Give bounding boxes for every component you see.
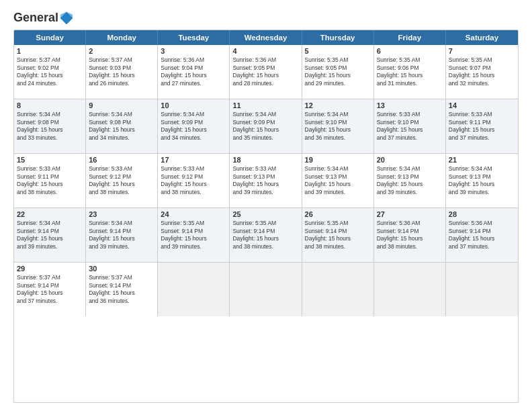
cell-info: Sunrise: 5:35 AMSunset: 9:14 PMDaylight:… [161,220,226,250]
cell-info: Sunrise: 5:33 AMSunset: 9:11 PMDaylight:… [17,165,83,196]
day-number: 16 [89,156,154,164]
day-number: 24 [161,210,226,218]
day-number: 15 [17,156,83,164]
calendar-cell: 13Sunrise: 5:33 AMSunset: 9:10 PMDayligh… [374,99,446,153]
day-number: 22 [17,210,83,218]
calendar-header: SundayMondayTuesdayWednesdayThursdayFrid… [14,30,518,45]
cell-info: Sunrise: 5:35 AMSunset: 9:05 PMDaylight:… [305,56,371,87]
calendar-cell: 19Sunrise: 5:34 AMSunset: 9:13 PMDayligh… [302,154,374,208]
calendar-row: 29Sunrise: 5:37 AMSunset: 9:14 PMDayligh… [14,263,518,316]
calendar-body: 1Sunrise: 5:37 AMSunset: 9:02 PMDaylight… [14,45,518,316]
calendar-cell: 3Sunrise: 5:36 AMSunset: 9:04 PMDaylight… [158,45,230,99]
calendar-row: 15Sunrise: 5:33 AMSunset: 9:11 PMDayligh… [14,154,518,208]
calendar-cell: 5Sunrise: 5:35 AMSunset: 9:05 PMDaylight… [302,45,374,99]
calendar-cell: 14Sunrise: 5:33 AMSunset: 9:11 PMDayligh… [446,99,518,153]
calendar-cell: 10Sunrise: 5:34 AMSunset: 9:09 PMDayligh… [158,99,230,153]
day-number: 20 [377,156,443,164]
cell-info: Sunrise: 5:33 AMSunset: 9:12 PMDaylight:… [161,165,226,196]
cell-info: Sunrise: 5:34 AMSunset: 9:09 PMDaylight:… [161,111,226,142]
day-number: 26 [305,210,371,218]
day-number: 9 [89,101,154,109]
calendar-cell: 2Sunrise: 5:37 AMSunset: 9:03 PMDaylight… [86,45,158,99]
calendar-cell: 6Sunrise: 5:35 AMSunset: 9:06 PMDaylight… [374,45,446,99]
calendar-cell [158,263,230,316]
weekday-header-sunday: Sunday [14,30,86,45]
day-number: 10 [161,101,226,109]
calendar: SundayMondayTuesdayWednesdayThursdayFrid… [13,30,519,403]
day-number: 4 [232,47,298,55]
calendar-cell [446,263,518,316]
cell-info: Sunrise: 5:37 AMSunset: 9:02 PMDaylight:… [17,56,83,87]
calendar-cell: 11Sunrise: 5:34 AMSunset: 9:09 PMDayligh… [230,99,302,153]
day-number: 11 [232,101,298,109]
cell-info: Sunrise: 5:36 AMSunset: 9:05 PMDaylight:… [232,56,298,87]
cell-info: Sunrise: 5:35 AMSunset: 9:07 PMDaylight:… [449,56,515,87]
cell-info: Sunrise: 5:36 AMSunset: 9:14 PMDaylight:… [449,220,515,250]
day-number: 19 [305,156,371,164]
day-number: 27 [377,210,443,218]
day-number: 6 [377,47,443,55]
weekday-header-friday: Friday [374,30,446,45]
cell-info: Sunrise: 5:34 AMSunset: 9:09 PMDaylight:… [232,111,298,142]
calendar-cell: 12Sunrise: 5:34 AMSunset: 9:10 PMDayligh… [302,99,374,153]
day-number: 30 [89,265,154,273]
calendar-cell: 27Sunrise: 5:36 AMSunset: 9:14 PMDayligh… [374,208,446,262]
weekday-header-wednesday: Wednesday [230,30,302,45]
day-number: 14 [449,101,515,109]
calendar-cell: 30Sunrise: 5:37 AMSunset: 9:14 PMDayligh… [86,263,158,316]
day-number: 7 [449,47,515,55]
day-number: 23 [89,210,154,218]
cell-info: Sunrise: 5:35 AMSunset: 9:06 PMDaylight:… [377,56,443,87]
day-number: 1 [17,47,83,55]
cell-info: Sunrise: 5:34 AMSunset: 9:08 PMDaylight:… [17,111,83,142]
calendar-cell: 18Sunrise: 5:33 AMSunset: 9:13 PMDayligh… [230,154,302,208]
cell-info: Sunrise: 5:33 AMSunset: 9:10 PMDaylight:… [377,111,443,142]
calendar-cell [230,263,302,316]
calendar-cell: 7Sunrise: 5:35 AMSunset: 9:07 PMDaylight… [446,45,518,99]
calendar-cell: 15Sunrise: 5:33 AMSunset: 9:11 PMDayligh… [14,154,86,208]
calendar-cell: 25Sunrise: 5:35 AMSunset: 9:14 PMDayligh… [230,208,302,262]
day-number: 25 [232,210,298,218]
cell-info: Sunrise: 5:37 AMSunset: 9:14 PMDaylight:… [17,274,83,305]
cell-info: Sunrise: 5:33 AMSunset: 9:13 PMDaylight:… [232,165,298,196]
day-number: 29 [17,265,83,273]
calendar-cell: 9Sunrise: 5:34 AMSunset: 9:08 PMDaylight… [86,99,158,153]
cell-info: Sunrise: 5:34 AMSunset: 9:13 PMDaylight:… [449,165,515,196]
header: General [13,11,519,23]
weekday-header-thursday: Thursday [302,30,374,45]
cell-info: Sunrise: 5:34 AMSunset: 9:10 PMDaylight:… [305,111,371,142]
cell-info: Sunrise: 5:33 AMSunset: 9:12 PMDaylight:… [89,165,154,196]
cell-info: Sunrise: 5:35 AMSunset: 9:14 PMDaylight:… [232,220,298,250]
calendar-cell: 23Sunrise: 5:34 AMSunset: 9:14 PMDayligh… [86,208,158,262]
cell-info: Sunrise: 5:36 AMSunset: 9:14 PMDaylight:… [377,220,443,250]
cell-info: Sunrise: 5:36 AMSunset: 9:04 PMDaylight:… [161,56,226,87]
calendar-row: 22Sunrise: 5:34 AMSunset: 9:14 PMDayligh… [14,208,518,263]
cell-info: Sunrise: 5:34 AMSunset: 9:08 PMDaylight:… [89,111,154,142]
calendar-cell: 24Sunrise: 5:35 AMSunset: 9:14 PMDayligh… [158,208,230,262]
calendar-cell: 29Sunrise: 5:37 AMSunset: 9:14 PMDayligh… [14,263,86,316]
calendar-cell: 8Sunrise: 5:34 AMSunset: 9:08 PMDaylight… [14,99,86,153]
calendar-cell: 21Sunrise: 5:34 AMSunset: 9:13 PMDayligh… [446,154,518,208]
svg-marker-1 [60,12,73,24]
calendar-row: 1Sunrise: 5:37 AMSunset: 9:02 PMDaylight… [14,45,518,99]
day-number: 8 [17,101,83,109]
calendar-cell [374,263,446,316]
calendar-cell [302,263,374,316]
page: General SundayMondayTuesdayWednesdayThur… [0,0,532,411]
cell-info: Sunrise: 5:34 AMSunset: 9:13 PMDaylight:… [377,165,443,196]
calendar-cell: 1Sunrise: 5:37 AMSunset: 9:02 PMDaylight… [14,45,86,99]
day-number: 17 [161,156,226,164]
cell-info: Sunrise: 5:35 AMSunset: 9:14 PMDaylight:… [305,220,371,250]
day-number: 18 [232,156,298,164]
cell-info: Sunrise: 5:33 AMSunset: 9:11 PMDaylight:… [449,111,515,142]
weekday-header-saturday: Saturday [446,30,518,45]
cell-info: Sunrise: 5:34 AMSunset: 9:13 PMDaylight:… [305,165,371,196]
cell-info: Sunrise: 5:37 AMSunset: 9:03 PMDaylight:… [89,56,154,87]
weekday-header-tuesday: Tuesday [158,30,230,45]
calendar-cell: 17Sunrise: 5:33 AMSunset: 9:12 PMDayligh… [158,154,230,208]
cell-info: Sunrise: 5:34 AMSunset: 9:14 PMDaylight:… [17,220,83,250]
day-number: 3 [161,47,226,55]
calendar-row: 8Sunrise: 5:34 AMSunset: 9:08 PMDaylight… [14,99,518,154]
logo: General [13,11,74,23]
calendar-cell: 26Sunrise: 5:35 AMSunset: 9:14 PMDayligh… [302,208,374,262]
